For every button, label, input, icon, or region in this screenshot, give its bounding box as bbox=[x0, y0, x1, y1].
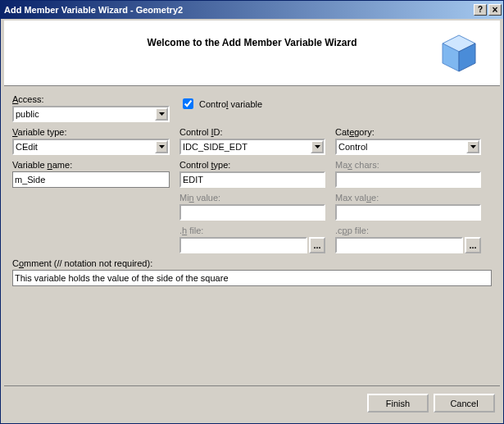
control-type-field: EDIT bbox=[179, 171, 325, 188]
control-id-value: IDC_SIDE_EDT bbox=[183, 142, 247, 152]
button-bar: Finish Cancel bbox=[4, 385, 500, 420]
svg-marker-6 bbox=[470, 145, 476, 148]
variable-name-label: Variable name: bbox=[12, 160, 170, 170]
variable-name-input[interactable] bbox=[12, 171, 170, 188]
control-variable-label: Control variable bbox=[199, 99, 262, 109]
min-value-label: Min value: bbox=[179, 193, 325, 203]
cpp-file-browse-button[interactable]: ... bbox=[465, 237, 481, 253]
comment-input[interactable] bbox=[12, 270, 492, 286]
max-value-label: Max value: bbox=[335, 193, 481, 203]
control-id-label: Control ID: bbox=[179, 127, 325, 137]
close-button[interactable]: × bbox=[488, 4, 502, 16]
h-file-field bbox=[179, 237, 307, 253]
cpp-file-label: .cpp file: bbox=[335, 226, 481, 235]
header-panel: Welcome to the Add Member Variable Wizar… bbox=[4, 21, 500, 86]
form-area: Access: public Control variable Variable… bbox=[1, 86, 503, 294]
titlebar: Add Member Variable Wizard - Geometry2 ?… bbox=[1, 1, 503, 19]
h-file-browse-button[interactable]: ... bbox=[309, 237, 325, 253]
max-value-field bbox=[335, 204, 481, 221]
category-dropdown[interactable]: Control bbox=[335, 139, 481, 155]
titlebar-buttons: ? × bbox=[474, 4, 502, 16]
h-file-label: .h file: bbox=[179, 226, 325, 235]
finish-button[interactable]: Finish bbox=[367, 394, 429, 413]
svg-marker-3 bbox=[159, 112, 165, 116]
chevron-down-icon bbox=[155, 107, 168, 121]
category-value: Control bbox=[338, 142, 367, 152]
access-label: Access: bbox=[12, 94, 170, 104]
access-dropdown[interactable]: public bbox=[12, 106, 170, 122]
wizard-window: Add Member Variable Wizard - Geometry2 ?… bbox=[0, 0, 504, 424]
category-label: Category: bbox=[335, 127, 481, 137]
variable-type-label: Variable type: bbox=[12, 127, 170, 137]
wizard-cube-icon bbox=[438, 32, 480, 75]
window-title: Add Member Variable Wizard - Geometry2 bbox=[4, 5, 183, 15]
help-button[interactable]: ? bbox=[474, 4, 487, 16]
chevron-down-icon bbox=[155, 140, 168, 153]
cancel-button[interactable]: Cancel bbox=[434, 394, 495, 413]
control-variable-checkbox[interactable] bbox=[183, 98, 193, 109]
access-value: public bbox=[16, 109, 39, 119]
control-id-dropdown[interactable]: IDC_SIDE_EDT bbox=[179, 139, 325, 155]
svg-marker-5 bbox=[315, 145, 320, 148]
svg-marker-4 bbox=[159, 145, 165, 148]
min-value-field bbox=[179, 204, 325, 221]
max-chars-field bbox=[335, 171, 481, 188]
comment-label: Comment (// notation not required): bbox=[12, 258, 492, 268]
page-title: Welcome to the Add Member Variable Wizar… bbox=[148, 37, 357, 48]
variable-type-value: CEdit bbox=[16, 142, 38, 152]
chevron-down-icon bbox=[466, 140, 479, 153]
cpp-file-field bbox=[335, 237, 463, 253]
max-chars-label: Max chars: bbox=[335, 160, 481, 170]
variable-type-dropdown[interactable]: CEdit bbox=[12, 139, 170, 155]
chevron-down-icon bbox=[311, 140, 324, 153]
control-type-label: Control type: bbox=[179, 160, 325, 170]
